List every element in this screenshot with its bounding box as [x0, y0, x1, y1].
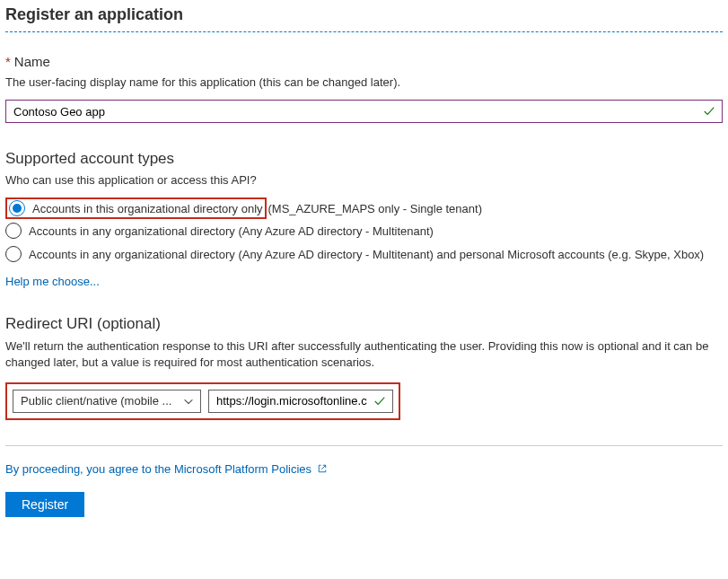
- header-separator: [5, 31, 723, 32]
- name-label: *Name: [5, 54, 723, 69]
- register-button[interactable]: Register: [5, 492, 84, 517]
- radio-option-multitenant-personal[interactable]: Accounts in any organizational directory…: [5, 242, 723, 266]
- radio-icon: [5, 223, 22, 239]
- name-section: *Name The user-facing display name for t…: [5, 54, 723, 123]
- help-me-choose-link[interactable]: Help me choose...: [5, 275, 100, 288]
- policies-link-text: Microsoft Platform Policies: [174, 462, 311, 476]
- annotation-highlight-redirect: Public client/native (mobile ...: [5, 382, 400, 420]
- redirect-uri-section: Redirect URI (optional) We'll return the…: [5, 315, 723, 419]
- radio-label: Accounts in any organizational directory…: [29, 248, 704, 261]
- platform-policies-link[interactable]: By proceeding, you agree to the Microsof…: [5, 462, 311, 476]
- redirect-uri-description: We'll return the authentication response…: [5, 338, 723, 371]
- redirect-uri-heading: Redirect URI (optional): [5, 315, 723, 333]
- footer-separator: [5, 445, 723, 446]
- chevron-down-icon: [182, 395, 195, 408]
- radio-label-suffix: (MS_AZURE_MAPS only - Single tenant): [268, 202, 482, 215]
- name-description: The user-facing display name for this ap…: [5, 75, 723, 91]
- radio-icon: [5, 246, 22, 262]
- dropdown-value: Public client/native (mobile ...: [21, 394, 177, 408]
- annotation-highlight-radio: Accounts in this organizational director…: [5, 197, 267, 219]
- radio-label: Accounts in any organizational directory…: [29, 224, 434, 238]
- account-types-heading: Supported account types: [5, 150, 723, 168]
- account-types-section: Supported account types Who can use this…: [5, 150, 723, 288]
- external-link-icon: [317, 463, 328, 474]
- policies-prefix: By proceeding, you agree to the: [5, 462, 174, 476]
- radio-option-single-tenant[interactable]: Accounts in this organizational director…: [5, 197, 723, 219]
- name-label-text: Name: [14, 54, 50, 69]
- redirect-type-dropdown[interactable]: Public client/native (mobile ...: [13, 390, 201, 413]
- redirect-uri-input[interactable]: [208, 390, 393, 413]
- policies-row: By proceeding, you agree to the Microsof…: [5, 462, 723, 476]
- account-types-question: Who can use this application or access t…: [5, 173, 723, 187]
- radio-label-main: Accounts in this organizational director…: [32, 202, 263, 215]
- name-input[interactable]: [5, 100, 723, 123]
- radio-icon: [9, 200, 25, 216]
- page-title: Register an application: [5, 5, 723, 24]
- required-star: *: [5, 54, 11, 69]
- radio-option-multitenant[interactable]: Accounts in any organizational directory…: [5, 219, 723, 242]
